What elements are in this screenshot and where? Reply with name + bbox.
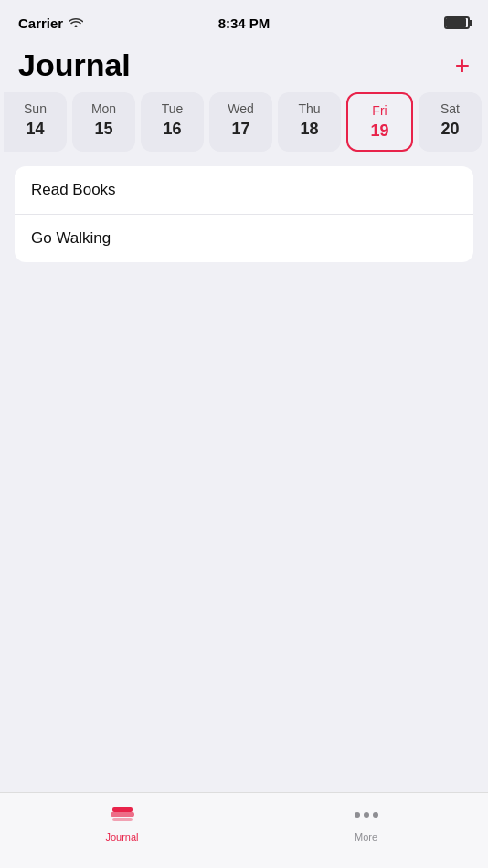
dot-1: [355, 812, 360, 818]
page-title: Journal: [18, 48, 131, 83]
svg-rect-1: [111, 812, 134, 817]
svg-rect-2: [112, 807, 133, 812]
day-name-sat-20: Sat: [440, 101, 460, 116]
more-tab-icon: [353, 802, 380, 828]
calendar-day-sat-20[interactable]: Sat20: [419, 92, 482, 152]
day-number-tue-16: 16: [163, 120, 181, 139]
day-name-sun-14: Sun: [24, 101, 47, 116]
calendar-day-thu-18[interactable]: Thu18: [278, 92, 341, 152]
carrier-label: Carrier: [18, 16, 63, 31]
day-number-sun-14: 14: [26, 120, 44, 139]
day-number-mon-15: 15: [94, 120, 112, 139]
tab-more[interactable]: More: [244, 802, 488, 842]
calendar-day-tue-16[interactable]: Tue16: [141, 92, 204, 152]
journal-tab-icon: [109, 802, 136, 828]
day-number-sat-20: 20: [440, 120, 459, 139]
entries-list: Read BooksGo Walking: [15, 166, 473, 262]
dot-2: [364, 812, 369, 818]
calendar-day-sun-14[interactable]: Sun14: [4, 92, 67, 152]
status-bar: Carrier 8:34 PM: [0, 0, 488, 40]
entry-item-entry-2[interactable]: Go Walking: [15, 215, 473, 262]
tab-bar: Journal More: [0, 792, 488, 868]
status-time: 8:34 PM: [218, 16, 271, 31]
tab-journal-label: Journal: [105, 831, 138, 842]
day-name-fri-19: Fri: [372, 103, 387, 118]
calendar-day-wed-17[interactable]: Wed17: [209, 92, 272, 152]
dot-3: [373, 812, 378, 818]
add-entry-button[interactable]: +: [455, 53, 470, 79]
calendar-day-fri-19[interactable]: Fri19: [346, 92, 413, 152]
day-name-wed-17: Wed: [228, 101, 254, 116]
battery-icon: [444, 15, 470, 31]
day-number-fri-19: 19: [370, 122, 388, 141]
day-name-thu-18: Thu: [298, 101, 320, 116]
svg-rect-0: [112, 818, 133, 821]
status-carrier: Carrier: [18, 16, 83, 31]
app-header: Journal +: [0, 40, 488, 92]
wifi-icon: [69, 16, 83, 30]
day-name-mon-15: Mon: [91, 101, 116, 116]
calendar-day-mon-15[interactable]: Mon15: [72, 92, 135, 152]
day-name-tue-16: Tue: [162, 101, 184, 116]
day-number-wed-17: 17: [231, 120, 249, 139]
tab-journal[interactable]: Journal: [0, 802, 244, 842]
entry-item-entry-1[interactable]: Read Books: [15, 166, 473, 215]
calendar-strip: Sun14Mon15Tue16Wed17Thu18Fri19Sat20: [0, 92, 488, 152]
day-number-thu-18: 18: [300, 120, 318, 139]
tab-more-label: More: [355, 831, 377, 842]
